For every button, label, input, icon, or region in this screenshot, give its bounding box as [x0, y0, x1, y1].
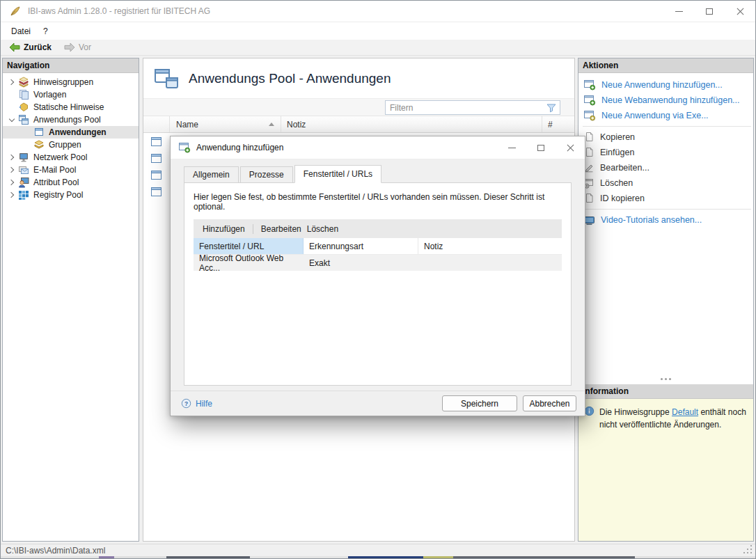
forward-button[interactable]: Vor [61, 40, 94, 55]
close-icon [736, 7, 745, 16]
column-header-count[interactable]: # [542, 116, 574, 132]
gruppen-icon [33, 139, 45, 150]
expand-chevron[interactable] [7, 193, 17, 197]
minimize-button[interactable] [663, 1, 694, 22]
column-label: Name [176, 120, 198, 129]
panel-splitter[interactable] [578, 376, 753, 381]
actions-header: Aktionen [578, 58, 753, 73]
app-window-icon [150, 187, 162, 197]
sort-ascending-icon [269, 123, 274, 126]
svg-text:?: ? [184, 400, 188, 407]
column-label: Notiz [287, 120, 306, 129]
action-label: Bearbeiten... [600, 163, 649, 173]
action-video-tutorials[interactable]: Video-Tutorials ansehen... [578, 212, 753, 228]
attribut-pool-icon [18, 177, 29, 188]
funnel-icon[interactable] [546, 103, 557, 113]
anwendungen-icon [33, 127, 45, 138]
default-group-link[interactable]: Default [672, 407, 698, 417]
bearbeiten-button[interactable]: Bearbeiten [258, 224, 304, 234]
column-header-notiz[interactable]: Notiz [418, 238, 562, 254]
action-id-kopieren[interactable]: ID kopieren [578, 191, 753, 206]
nav-label: Hinweisgruppen [33, 77, 93, 87]
main-header: Anwendungs Pool - Anwendungen [143, 58, 574, 98]
expand-chevron[interactable] [7, 168, 17, 172]
filter-input[interactable] [386, 102, 546, 113]
action-bearbeiten[interactable]: Bearbeiten... [578, 160, 753, 175]
column-header-fenstertitel-url[interactable]: Fenstertitel / URL [194, 238, 304, 254]
action-kopieren[interactable]: Kopieren [578, 129, 753, 145]
dialog-minimize-button[interactable] [497, 136, 526, 159]
url-table-row[interactable]: Microsoft Outlook Web Acc... Exakt [194, 255, 562, 271]
resize-grip[interactable] [750, 552, 752, 553]
forward-label: Vor [79, 42, 91, 52]
menu-datei[interactable]: Datei [5, 22, 37, 40]
menu-help[interactable]: ? [37, 22, 54, 40]
app-logo-quill-icon [9, 5, 22, 17]
nav-item-anwendungs-pool[interactable]: Anwendungs Pool [3, 113, 139, 126]
window-add-exe-icon [583, 110, 596, 121]
minimize-icon [675, 11, 683, 12]
action-neue-anwendung-via-exe[interactable]: Neue Anwendung via Exe... [578, 108, 753, 123]
cell-erkennungsart: Exakt [304, 258, 418, 268]
nav-item-registry-pool[interactable]: Registry Pool [3, 189, 139, 201]
action-einfuegen[interactable]: Einfügen [578, 145, 753, 160]
nav-item-anwendungen[interactable]: Anwendungen [3, 126, 139, 139]
separator [583, 209, 751, 210]
nav-item-netzwerk-pool[interactable]: Netzwerk Pool [3, 151, 139, 164]
help-link[interactable]: ? Hilfe [181, 398, 212, 409]
expand-chevron[interactable] [7, 155, 17, 159]
nav-item-statische-hinweise[interactable]: Statische Hinweise [3, 101, 139, 113]
cell-fenstertitel: Microsoft Outlook Web Acc... [194, 253, 304, 273]
back-button[interactable]: Zurück [6, 40, 54, 55]
maximize-button[interactable] [694, 1, 725, 22]
dialog-titlebar: Anwendung hinzufügen [171, 136, 585, 159]
icon-column-header[interactable] [143, 116, 170, 132]
titlebar: IBI-aws Admin 1.28.0 - registriert für I… [1, 1, 755, 22]
action-label: Neue Webanwendung hinzufügen... [601, 95, 740, 105]
navigation-tree: Hinweisgruppen Vorlagen Statische Hinwei… [3, 73, 139, 201]
nav-label: Statische Hinweise [33, 102, 104, 112]
actions-list: Neue Anwendung hinzufügen... Neue Webanw… [578, 73, 753, 228]
close-button[interactable] [725, 1, 755, 22]
app-window-icon [150, 170, 162, 180]
tab-fenstertitel-urls[interactable]: Fenstertitel / URLs [294, 165, 381, 183]
expand-chevron[interactable] [7, 180, 17, 184]
statische-hinweise-icon [18, 102, 29, 113]
speichern-button[interactable]: Speichern [442, 395, 517, 411]
collapse-chevron[interactable] [7, 117, 17, 123]
column-header-erkennungsart[interactable]: Erkennungsart [304, 238, 418, 254]
action-neue-anwendung[interactable]: Neue Anwendung hinzufügen... [578, 77, 753, 93]
app-window-icon [150, 153, 162, 164]
tab-prozesse[interactable]: Prozesse [240, 166, 293, 182]
column-header-name[interactable]: Name [170, 116, 281, 132]
column-header-notiz[interactable]: Notiz [281, 116, 542, 132]
loeschen-button[interactable]: Löschen [304, 224, 341, 234]
nav-label: Netzwerk Pool [33, 152, 87, 162]
email-pool-icon [18, 164, 29, 175]
splitter-dots-icon [661, 378, 663, 380]
dialog-tabs: Allgemein Prozesse Fenstertitel / URLs [184, 165, 585, 182]
hinzufuegen-button[interactable]: Hinzufügen [200, 224, 248, 234]
action-label: ID kopieren [600, 194, 645, 203]
nav-item-attribut-pool[interactable]: Attribut Pool [3, 176, 139, 189]
nav-item-gruppen[interactable]: Gruppen [3, 139, 139, 151]
dialog-close-button[interactable] [556, 136, 585, 159]
abbrechen-button[interactable]: Abbrechen [523, 395, 576, 411]
action-label: Löschen [600, 178, 633, 188]
anwendungs-pool-icon [18, 114, 29, 125]
nav-item-vorlagen[interactable]: Vorlagen [3, 88, 139, 101]
dialog-description: Hier legen Sie fest, ob bestimmte Fenste… [184, 183, 571, 219]
dialog-maximize-button[interactable] [526, 136, 556, 159]
nav-label: Registry Pool [33, 190, 83, 200]
nav-label: Anwendungs Pool [33, 115, 101, 125]
action-label: Neue Anwendung via Exe... [601, 111, 709, 120]
action-neue-webanwendung[interactable]: Neue Webanwendung hinzufügen... [578, 93, 753, 108]
expand-chevron[interactable] [7, 80, 17, 84]
nav-item-hinweisgruppen[interactable]: Hinweisgruppen [3, 76, 139, 88]
action-loeschen[interactable]: Löschen [578, 175, 753, 191]
nav-label: Vorlagen [33, 90, 66, 100]
nav-label: Gruppen [49, 140, 81, 150]
maximize-icon [537, 145, 544, 151]
nav-item-email-pool[interactable]: E-Mail Pool [3, 164, 139, 176]
tab-allgemein[interactable]: Allgemein [184, 166, 239, 182]
